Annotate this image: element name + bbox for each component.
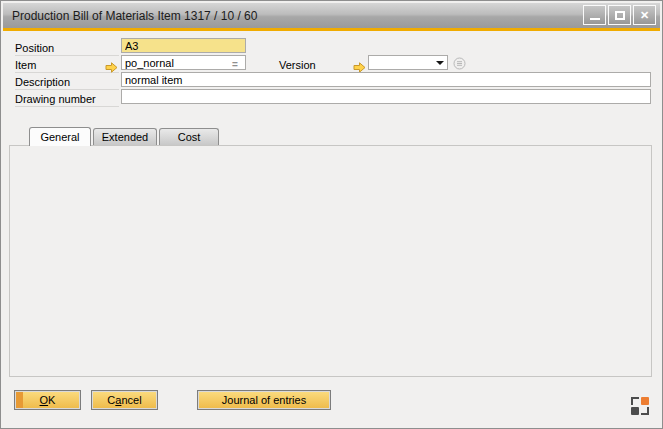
window-controls: ✕: [583, 5, 656, 25]
item-link-arrow-icon[interactable]: [105, 59, 118, 70]
tab-extended[interactable]: Extended: [93, 128, 157, 145]
item-input[interactable]: [121, 55, 246, 70]
description-input[interactable]: [121, 72, 651, 87]
version-label: Version: [279, 59, 351, 73]
expand-form-icon-gray-square: [631, 407, 639, 415]
description-label: Description: [15, 76, 119, 90]
item-label: Item: [15, 59, 119, 73]
expand-form-icon-corner: [631, 397, 639, 405]
accent-bar: [3, 28, 660, 31]
maximize-button[interactable]: [608, 5, 631, 25]
window-title: Production Bill of Materials Item 1317 /…: [12, 9, 257, 23]
close-button[interactable]: ✕: [633, 5, 656, 25]
production-bom-window: Production Bill of Materials Item 1317 /…: [0, 0, 663, 429]
position-label: Position: [15, 42, 119, 56]
dropdown-arrow-icon: [436, 61, 444, 65]
title-bar: Production Bill of Materials Item 1317 /…: [3, 3, 660, 28]
cancel-button[interactable]: Cancel: [91, 390, 158, 410]
expand-form-icon-corner: [641, 407, 649, 415]
drawing-number-input[interactable]: [121, 89, 651, 104]
expand-form-icon-orange-square: [641, 397, 649, 405]
position-input[interactable]: [121, 38, 246, 53]
minimize-icon: [590, 18, 600, 20]
version-dropdown[interactable]: [368, 55, 448, 70]
tab-general[interactable]: General: [29, 127, 91, 146]
maximize-icon: [615, 11, 625, 20]
journal-of-entries-button[interactable]: Journal of entries: [197, 390, 331, 410]
general-tab-pane: [9, 145, 652, 377]
expand-form-icon[interactable]: [631, 397, 649, 415]
ok-button[interactable]: OK: [14, 390, 81, 410]
minimize-button[interactable]: [583, 5, 606, 25]
version-list-icon: [453, 56, 466, 69]
version-link-arrow-icon[interactable]: [353, 59, 366, 70]
close-icon: ✕: [640, 9, 649, 21]
tab-cost[interactable]: Cost: [159, 128, 219, 145]
choose-from-list-icon[interactable]: =: [232, 59, 238, 70]
drawing-number-label: Drawing number: [15, 93, 119, 107]
